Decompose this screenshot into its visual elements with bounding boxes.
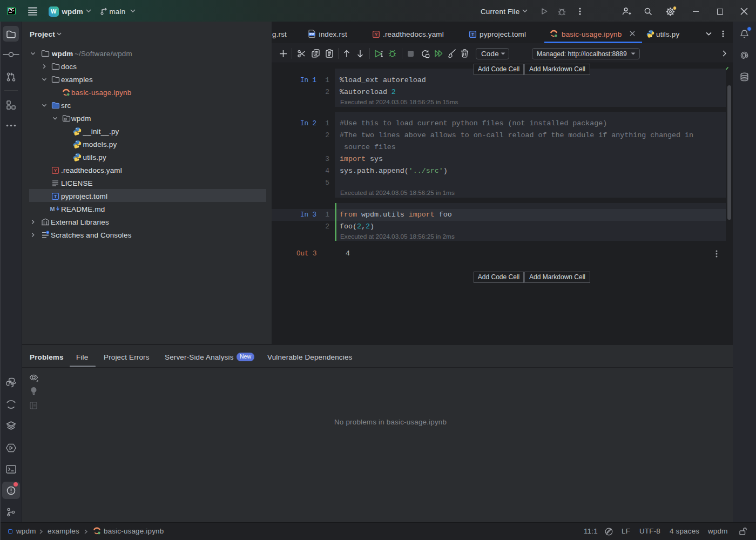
svg-text:RST: RST (309, 33, 314, 36)
svg-text:M: M (50, 206, 55, 212)
